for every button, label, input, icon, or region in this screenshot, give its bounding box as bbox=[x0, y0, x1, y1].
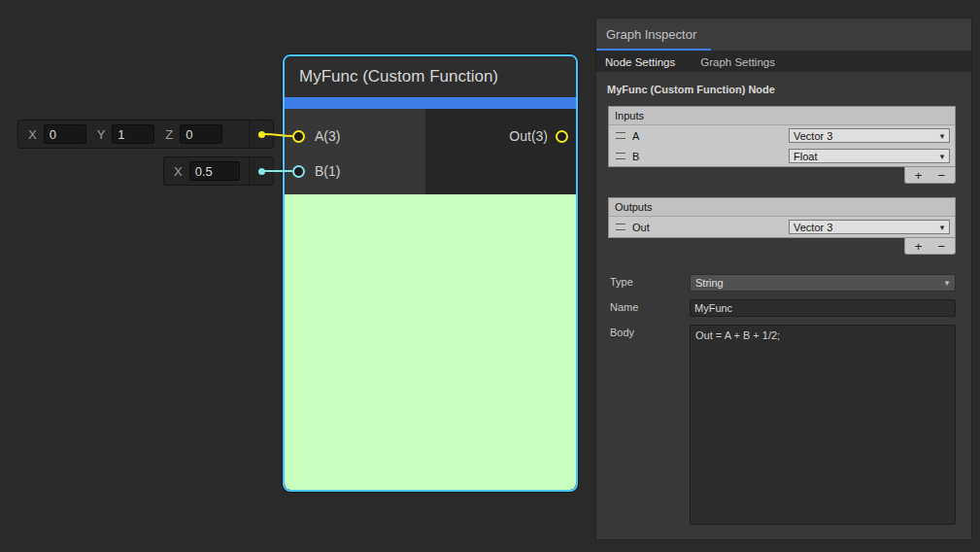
vector-y-label: Y bbox=[97, 127, 106, 142]
vector-z-field[interactable] bbox=[180, 124, 222, 144]
input-a-type-dropdown[interactable]: Vector 3 ▾ bbox=[789, 128, 950, 143]
type-label: Type bbox=[610, 274, 690, 288]
vector3-input-widget[interactable]: X Y Z bbox=[17, 120, 274, 149]
input-port-b[interactable]: B(1) bbox=[285, 154, 425, 189]
node-title[interactable]: MyFunc (Custom Function) bbox=[285, 56, 576, 97]
chevron-down-icon: ▾ bbox=[935, 131, 949, 141]
node-inputs-column: A(3) B(1) bbox=[285, 109, 425, 194]
vector-x-field[interactable] bbox=[44, 124, 86, 144]
port-out-label: Out(3) bbox=[509, 128, 548, 144]
drag-handle-icon[interactable] bbox=[616, 153, 625, 159]
active-tab-indicator bbox=[596, 49, 711, 51]
input-a-type-value: Vector 3 bbox=[794, 130, 832, 142]
outputs-list: Outputs Out Vector 3 ▾ bbox=[608, 197, 956, 238]
float-x-label: X bbox=[174, 164, 183, 179]
name-input[interactable] bbox=[690, 299, 956, 317]
vector-y-field[interactable] bbox=[112, 124, 154, 144]
output-out-type-value: Vector 3 bbox=[794, 222, 832, 233]
node-preview bbox=[285, 194, 576, 490]
body-label: Body bbox=[610, 325, 690, 338]
add-output-button[interactable]: + bbox=[911, 240, 927, 253]
float-input-widget[interactable]: X bbox=[163, 156, 274, 186]
vector3-port-cell bbox=[249, 121, 273, 148]
custom-function-node[interactable]: MyFunc (Custom Function) A(3) B(1) Out(3… bbox=[283, 54, 578, 492]
input-b-type-dropdown[interactable]: Float ▾ bbox=[789, 149, 950, 163]
tab-node-settings[interactable]: Node Settings bbox=[605, 56, 675, 68]
outputs-list-footer: + − bbox=[608, 238, 956, 255]
graph-inspector-panel: Graph Inspector Node Settings Graph Sett… bbox=[595, 17, 972, 540]
remove-output-button[interactable]: − bbox=[933, 240, 949, 253]
body-row: Body Out = A + B + 1/2; bbox=[610, 325, 956, 525]
vector-z-label: Z bbox=[165, 127, 173, 142]
float-port-icon[interactable] bbox=[258, 168, 265, 175]
name-row: Name bbox=[610, 299, 956, 317]
drag-handle-icon[interactable] bbox=[616, 132, 625, 139]
drag-handle-icon[interactable] bbox=[616, 224, 625, 230]
inputs-list: Inputs A Vector 3 ▾ B Float ▾ bbox=[608, 106, 956, 167]
inspector-title: Graph Inspector bbox=[606, 27, 696, 42]
output-out-name: Out bbox=[632, 222, 789, 233]
input-a-name: A bbox=[632, 130, 789, 142]
input-b-type-value: Float bbox=[794, 151, 817, 162]
vector-x-label: X bbox=[28, 127, 37, 142]
port-b-label: B(1) bbox=[315, 163, 340, 179]
chevron-down-icon: ▾ bbox=[935, 223, 949, 232]
inputs-list-footer: + − bbox=[608, 167, 956, 184]
input-port-a[interactable]: A(3) bbox=[285, 119, 425, 154]
port-b-ring-icon[interactable] bbox=[292, 165, 305, 178]
input-b-name: B bbox=[632, 151, 789, 162]
node-accent-bar bbox=[285, 97, 576, 109]
body-textarea[interactable]: Out = A + B + 1/2; bbox=[690, 325, 956, 525]
name-label: Name bbox=[610, 299, 690, 313]
float-port-cell bbox=[249, 157, 273, 185]
node-outputs-column: Out(3) bbox=[425, 109, 576, 194]
output-port-out[interactable]: Out(3) bbox=[425, 119, 576, 154]
output-out-type-dropdown[interactable]: Vector 3 ▾ bbox=[789, 220, 950, 234]
type-value: String bbox=[695, 277, 724, 289]
add-input-button[interactable]: + bbox=[911, 169, 927, 182]
float-x-field[interactable] bbox=[189, 161, 240, 181]
chevron-down-icon: ▾ bbox=[939, 278, 955, 288]
chevron-down-icon: ▾ bbox=[935, 152, 949, 161]
outputs-list-header: Outputs bbox=[609, 198, 955, 217]
inspector-title-bar[interactable]: Graph Inspector bbox=[596, 18, 971, 52]
remove-input-button[interactable]: − bbox=[933, 169, 949, 182]
outputs-list-row-out[interactable]: Out Vector 3 ▾ bbox=[609, 217, 955, 237]
inputs-list-header: Inputs bbox=[609, 107, 955, 125]
tab-graph-settings[interactable]: Graph Settings bbox=[700, 56, 775, 68]
node-ports-section: A(3) B(1) Out(3) bbox=[285, 109, 576, 194]
type-dropdown[interactable]: String ▾ bbox=[690, 274, 956, 292]
port-a-ring-icon[interactable] bbox=[292, 130, 305, 143]
vector3-port-icon[interactable] bbox=[258, 131, 265, 138]
port-out-ring-icon[interactable] bbox=[556, 130, 568, 143]
type-row: Type String ▾ bbox=[610, 274, 956, 292]
inputs-list-row-a[interactable]: A Vector 3 ▾ bbox=[609, 125, 955, 146]
node-settings-heading: MyFunc (Custom Function) Node bbox=[596, 72, 971, 106]
inputs-list-row-b[interactable]: B Float ▾ bbox=[609, 146, 955, 166]
port-a-label: A(3) bbox=[315, 128, 340, 144]
inspector-tab-bar: Node Settings Graph Settings bbox=[596, 52, 971, 72]
